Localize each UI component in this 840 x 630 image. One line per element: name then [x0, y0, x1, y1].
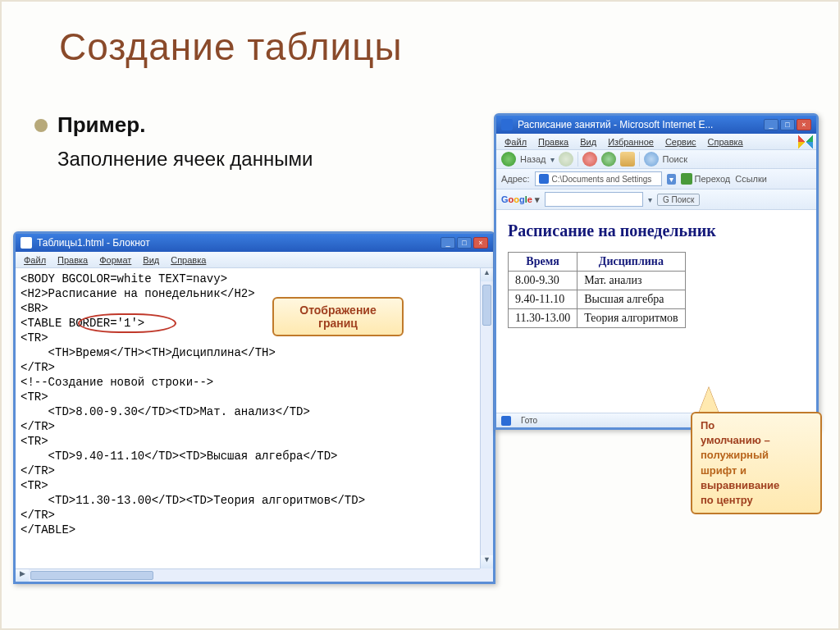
table-header-row: Время Дисциплина	[509, 253, 686, 272]
address-input[interactable]: C:\Documents and Settings	[535, 171, 662, 186]
scroll-up-icon[interactable]: ▲	[481, 268, 493, 281]
status-ie-icon	[501, 416, 511, 426]
notepad-titlebar[interactable]: Таблицы1.html - Блокнот _ □ ×	[16, 234, 493, 252]
menu-view[interactable]: Вид	[138, 253, 164, 267]
table-row: 9.40-11.10Высшая алгебра	[509, 290, 686, 309]
menu-view[interactable]: Вид	[575, 135, 601, 148]
browser-page: Расписание на понедельник Время Дисципли…	[496, 210, 816, 409]
minimize-button[interactable]: _	[764, 119, 778, 130]
menu-format[interactable]: Формат	[94, 253, 136, 267]
minimize-button[interactable]: _	[441, 237, 455, 249]
close-button[interactable]: ×	[473, 237, 488, 249]
windows-logo-icon	[798, 135, 813, 148]
table-row: 11.30-13.00Теория алгоритмов	[509, 309, 686, 328]
search-icon[interactable]	[644, 152, 659, 167]
bullet-icon	[34, 119, 48, 132]
home-icon[interactable]	[620, 152, 635, 167]
address-dropdown-icon[interactable]: ▾	[667, 174, 676, 185]
callout-default-style: По умолчанию – полужирный шрифт и выравн…	[691, 412, 822, 514]
page-heading: Расписание на понедельник	[508, 221, 805, 240]
browser-titlebar[interactable]: Расписание занятий - Microsoft Internet …	[496, 116, 816, 134]
scrollbar-horizontal[interactable]: ◀ ▶	[16, 568, 480, 582]
browser-title: Расписание занятий - Microsoft Internet …	[518, 119, 713, 130]
maximize-button[interactable]: □	[457, 237, 472, 249]
notepad-window: Таблицы1.html - Блокнот _ □ × Файл Правк…	[13, 231, 495, 584]
menu-file[interactable]: Файл	[19, 253, 51, 267]
schedule-table: Время Дисциплина 8.00-9.30Мат. анализ 9.…	[508, 252, 686, 328]
close-button[interactable]: ×	[797, 119, 811, 130]
example-row: Пример.	[34, 112, 145, 138]
th-time: Время	[509, 253, 578, 272]
back-icon[interactable]	[501, 152, 516, 167]
notepad-icon	[21, 237, 32, 249]
notepad-title: Таблицы1.html - Блокнот	[37, 237, 150, 249]
table-row: 8.00-9.30Мат. анализ	[509, 272, 686, 290]
scroll-corner	[480, 568, 493, 582]
scroll-thumb-h[interactable]	[30, 571, 153, 580]
slide: Создание таблицы Пример. Заполнение ячее…	[0, 0, 840, 630]
slide-title: Создание таблицы	[59, 25, 403, 69]
scroll-right-icon[interactable]: ▶	[16, 569, 29, 582]
menu-favorites[interactable]: Избранное	[603, 135, 659, 148]
th-subject: Дисциплина	[578, 253, 685, 272]
scroll-down-icon[interactable]: ▼	[481, 555, 493, 568]
go-button[interactable]: Переход	[681, 173, 731, 185]
menu-file[interactable]: Файл	[500, 135, 532, 148]
forward-icon[interactable]	[559, 152, 573, 167]
browser-window: Расписание занятий - Microsoft Internet …	[494, 113, 819, 430]
back-dropdown-icon[interactable]: ▾	[550, 155, 555, 164]
address-bar: Адрес: C:\Documents and Settings ▾ Перех…	[496, 169, 816, 189]
google-input[interactable]	[545, 192, 643, 207]
menu-help[interactable]: Справка	[703, 135, 748, 148]
links-label[interactable]: Ссылки	[735, 174, 767, 184]
search-label[interactable]: Поиск	[663, 154, 687, 164]
menu-help[interactable]: Справка	[166, 253, 211, 267]
notepad-editor[interactable]: <BODY BGCOLOR=white TEXT=navy> <H2>Распи…	[16, 268, 493, 568]
back-label[interactable]: Назад	[520, 154, 546, 164]
browser-toolbar: Назад ▾ Поиск	[496, 150, 816, 169]
notepad-menubar: Файл Правка Формат Вид Справка	[16, 252, 493, 268]
go-icon	[681, 173, 692, 185]
menu-edit[interactable]: Правка	[533, 135, 573, 148]
menu-edit[interactable]: Правка	[52, 253, 93, 267]
google-label[interactable]: Google ▾	[501, 194, 540, 205]
scroll-thumb-v[interactable]	[482, 285, 491, 326]
example-label: Пример.	[57, 112, 145, 138]
menu-tools[interactable]: Сервис	[660, 135, 701, 148]
status-ready: Гото	[521, 416, 537, 425]
google-toolbar: Google ▾ ▾ G Поиск	[496, 189, 816, 210]
scrollbar-vertical[interactable]: ▲ ▼	[480, 268, 493, 568]
ie-page-icon	[539, 174, 549, 184]
maximize-button[interactable]: □	[780, 119, 795, 130]
google-search-button[interactable]: G Поиск	[657, 194, 700, 206]
stop-icon[interactable]	[582, 152, 597, 167]
ie-icon	[501, 119, 513, 130]
google-dropdown-icon[interactable]: ▾	[648, 195, 652, 204]
browser-menubar: Файл Правка Вид Избранное Сервис Справка	[496, 134, 816, 150]
example-text: Заполнение ячеек данными	[57, 148, 313, 171]
address-label: Адрес:	[501, 174, 530, 184]
refresh-icon[interactable]	[601, 152, 616, 167]
callout-border-display: Отображение границ	[272, 297, 404, 336]
